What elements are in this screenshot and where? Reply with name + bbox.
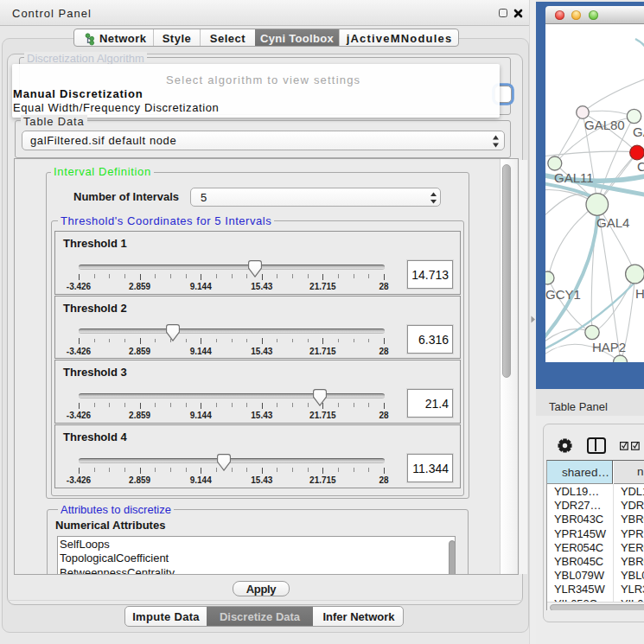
svg-text:C: C xyxy=(637,159,644,174)
svg-text:GCY1: GCY1 xyxy=(545,287,581,302)
svg-text:HAP2: HAP2 xyxy=(592,340,626,354)
svg-text:GAL4: GAL4 xyxy=(596,215,629,230)
svg-text:H: H xyxy=(635,286,644,301)
svg-text:GAL11: GAL11 xyxy=(554,170,594,185)
svg-text:GA: GA xyxy=(633,124,644,139)
svg-text:GAL80: GAL80 xyxy=(584,118,625,132)
